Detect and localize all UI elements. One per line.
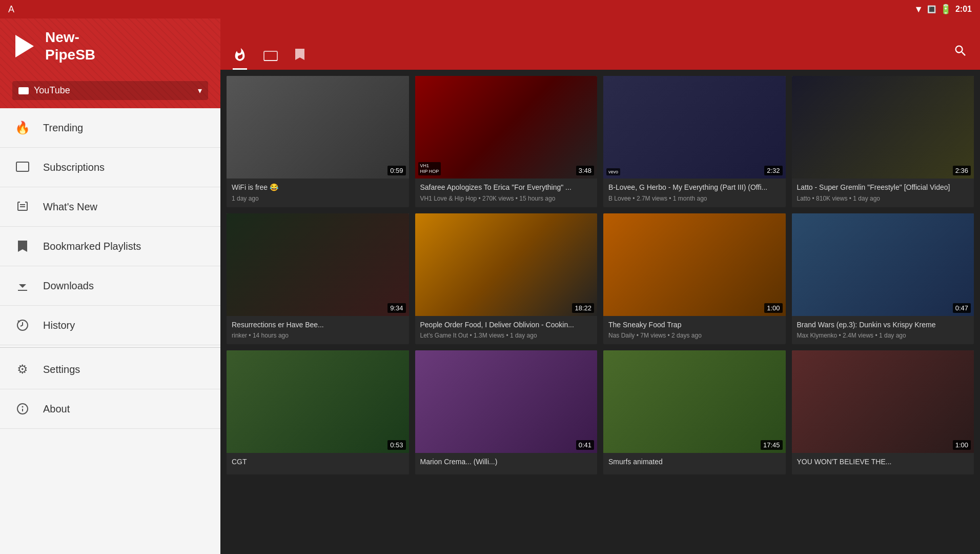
sidebar-item-history[interactable]: History (0, 306, 220, 345)
sidebar-item-downloads[interactable]: Downloads (0, 266, 220, 306)
video-thumbnail (603, 350, 786, 453)
video-thumbnail (227, 213, 409, 316)
video-meta: Nas Daily • 7M views • 2 days ago (608, 332, 781, 339)
whats-new-icon (14, 199, 31, 215)
sidebar: New-PipeSB YouTube ▾ 🔥 Trending (0, 18, 220, 554)
svg-rect-0 (16, 162, 29, 171)
video-title: Brand Wars (ep.3): Dunkin vs Krispy Krem… (797, 320, 969, 330)
video-meta: Latto • 810K views • 1 day ago (797, 195, 969, 202)
video-title: CGT (232, 457, 404, 467)
video-card[interactable]: 0:53 CGT (227, 350, 409, 474)
video-card[interactable]: 0:59 WiFi is free 😂 1 day ago (227, 76, 409, 207)
video-thumbnail (227, 350, 409, 453)
video-thumbnail (415, 213, 598, 316)
app-name: New-PipeSB (45, 29, 95, 63)
duration-badge: 17:45 (761, 440, 783, 450)
tab-bookmarks[interactable] (294, 48, 305, 70)
trending-icon: 🔥 (14, 120, 31, 136)
video-card[interactable]: 2:36 Latto - Super Gremlin "Freestyle" [… (792, 76, 974, 207)
video-thumbnail (603, 213, 786, 316)
tab-subscriptions[interactable] (263, 51, 278, 70)
service-name: YouTube (34, 85, 193, 96)
app-logo (12, 34, 37, 58)
video-meta: VH1 Love & Hip Hop • 270K views • 15 hou… (420, 195, 593, 202)
status-bar-right: ▼ 🔳 🔋 2:01 (914, 4, 972, 15)
sidebar-item-trending[interactable]: 🔥 Trending (0, 108, 220, 148)
sidebar-item-label: What's New (43, 201, 97, 213)
duration-badge: 1:00 (764, 303, 782, 313)
video-title: Resurrections er Have Bee... (232, 320, 404, 330)
video-meta: Max Klymenko • 2.4M views • 1 day ago (797, 332, 969, 339)
right-header (220, 18, 980, 70)
video-meta: 1 day ago (232, 195, 404, 202)
sidebar-item-label: About (43, 403, 70, 415)
video-card[interactable]: 1:00 The Sneaky Food Trap Nas Daily • 7M… (603, 213, 786, 345)
right-panel: 0:59 WiFi is free 😂 1 day ago VH1HIP HOP… (220, 18, 980, 554)
sidebar-item-bookmarked-playlists[interactable]: Bookmarked Playlists (0, 227, 220, 266)
video-card[interactable]: VH1HIP HOP 3:48 Safaree Apologizes To Er… (415, 76, 598, 207)
status-bar-left: A (8, 4, 14, 15)
video-info: YOU WON'T BELIEVE THE... (792, 453, 974, 474)
video-info: Smurfs animated (603, 453, 786, 474)
video-info: Brand Wars (ep.3): Dunkin vs Krispy Krem… (792, 316, 974, 345)
video-info: Marion Crema... (Willi...) (415, 453, 598, 474)
video-thumbnail (792, 213, 974, 316)
battery-icon: 🔋 (940, 4, 951, 15)
video-info: WiFi is free 😂 1 day ago (227, 179, 409, 207)
video-title: Marion Crema... (Willi...) (420, 457, 593, 467)
duration-badge: 3:48 (576, 166, 594, 175)
video-card[interactable]: 9:34 Resurrections er Have Bee... rinker… (227, 213, 409, 345)
status-time: 2:01 (955, 5, 972, 14)
sidebar-item-settings[interactable]: ⚙ Settings (0, 350, 220, 389)
status-bar: A ▼ 🔳 🔋 2:01 (0, 0, 980, 18)
nav-items: 🔥 Trending Subscriptions Wha (0, 108, 220, 554)
video-info: The Sneaky Food Trap Nas Daily • 7M view… (603, 316, 786, 345)
video-thumbnail: VH1HIP HOP (415, 76, 598, 179)
duration-badge: 18:22 (572, 303, 594, 313)
sidebar-item-label: Bookmarked Playlists (43, 241, 141, 252)
video-title: WiFi is free 😂 (232, 183, 404, 193)
video-thumbnail (792, 76, 974, 179)
video-info: B-Lovee, G Herbo - My Everything (Part I… (603, 179, 786, 207)
duration-badge: 9:34 (387, 303, 405, 313)
sidebar-item-about[interactable]: About (0, 389, 220, 429)
video-title: Smurfs animated (608, 457, 781, 467)
service-selector[interactable]: YouTube ▾ (12, 81, 208, 100)
video-title: The Sneaky Food Trap (608, 320, 781, 330)
chevron-down-icon: ▾ (198, 86, 202, 95)
video-info: Latto - Super Gremlin "Freestyle" [Offic… (792, 179, 974, 207)
duration-badge: 0:41 (576, 440, 594, 450)
sidebar-item-label: Subscriptions (43, 162, 105, 173)
sidebar-item-whats-new[interactable]: What's New (0, 187, 220, 227)
video-info: People Order Food, I Deliver Oblivion - … (415, 316, 598, 345)
video-thumbnail (792, 350, 974, 453)
video-card[interactable]: vevo 2:32 B-Lovee, G Herbo - My Everythi… (603, 76, 786, 207)
search-button[interactable] (953, 44, 968, 70)
video-card[interactable]: 0:41 Marion Crema... (Willi...) (415, 350, 598, 474)
video-thumbnail (227, 76, 409, 179)
video-title: Safaree Apologizes To Erica "For Everyth… (420, 183, 593, 193)
video-meta: Let's Game It Out • 1.3M views • 1 day a… (420, 332, 593, 339)
duration-badge: 2:32 (764, 166, 782, 175)
app-icon: A (8, 4, 14, 15)
video-meta: B Lovee • 2.7M views • 1 month ago (608, 195, 781, 202)
video-card[interactable]: 1:00 YOU WON'T BELIEVE THE... (792, 350, 974, 474)
video-card[interactable]: 0:47 Brand Wars (ep.3): Dunkin vs Krispy… (792, 213, 974, 345)
sidebar-header: New-PipeSB YouTube ▾ (0, 18, 220, 108)
sidebar-item-label: History (43, 320, 75, 331)
video-title: People Order Food, I Deliver Oblivion - … (420, 320, 593, 330)
app-brand: New-PipeSB (12, 29, 208, 63)
tab-trending[interactable] (233, 48, 247, 70)
video-card[interactable]: 18:22 People Order Food, I Deliver Obliv… (415, 213, 598, 345)
duration-badge: 0:47 (953, 303, 971, 313)
video-thumbnail: vevo (603, 76, 786, 179)
video-card[interactable]: 17:45 Smurfs animated (603, 350, 786, 474)
about-icon (14, 401, 31, 417)
sidebar-item-subscriptions[interactable]: Subscriptions (0, 148, 220, 187)
service-icon (18, 87, 29, 94)
video-grid: 0:59 WiFi is free 😂 1 day ago VH1HIP HOP… (220, 70, 980, 554)
duration-badge: 2:36 (953, 166, 971, 175)
wifi-icon: ▼ (914, 4, 923, 15)
cellular-icon: 🔳 (927, 5, 936, 13)
play-icon (15, 35, 34, 57)
